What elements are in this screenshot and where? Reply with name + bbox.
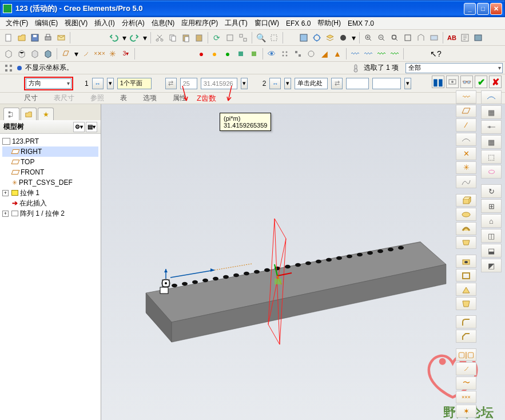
tab-table[interactable]: 表 [120, 93, 127, 103]
empty-input-1[interactable] [346, 78, 369, 89]
point-tool-icon[interactable]: ✕ [456, 147, 476, 160]
rib-icon[interactable] [456, 283, 476, 296]
menu-edit[interactable]: 编辑(E) [31, 17, 61, 29]
find-icon[interactable]: 🔍 [255, 31, 267, 44]
help-arrow-icon[interactable]: ↖? [430, 47, 442, 60]
surf2-icon[interactable]: 〰 [362, 47, 375, 60]
undo-icon[interactable] [108, 31, 120, 44]
new-icon[interactable] [2, 31, 15, 44]
pattern-feature-icon[interactable] [2, 62, 15, 74]
style4-icon[interactable]: ▦ [481, 135, 502, 149]
misc2-icon[interactable]: ◢ [318, 47, 331, 60]
tab-folder[interactable] [21, 108, 37, 120]
redo-dropdown[interactable]: ▾ [141, 31, 148, 44]
menu-app[interactable]: 应用程序(P) [178, 17, 221, 29]
cancel-btn[interactable]: ✘ [489, 76, 502, 88]
hole-icon[interactable] [456, 255, 476, 268]
value1-input[interactable]: 25 [180, 78, 197, 89]
datum-plane-dd[interactable]: ▾ [73, 47, 79, 60]
style8-icon[interactable]: ⊞ [481, 199, 502, 213]
chamfer-icon[interactable] [456, 330, 476, 343]
tab-star[interactable]: ★ [38, 108, 54, 120]
surf1-icon[interactable]: 〰 [349, 47, 361, 60]
view-icon[interactable]: 👁 [265, 47, 278, 60]
curve-tool-icon[interactable] [456, 133, 476, 146]
refit-icon[interactable] [401, 31, 414, 44]
menu-help[interactable]: 帮助(H) [314, 17, 344, 29]
spin-icon[interactable] [311, 31, 323, 44]
surf4-icon[interactable]: 〰 [388, 47, 401, 60]
minimize-button[interactable]: _ [464, 3, 476, 15]
color3-icon[interactable]: ● [221, 47, 234, 60]
round-icon[interactable] [456, 315, 476, 328]
empty-input-2[interactable] [372, 78, 401, 89]
paste-special-icon[interactable] [193, 31, 205, 44]
misc3-icon[interactable]: ▲ [331, 47, 344, 60]
style10-icon[interactable]: ◫ [481, 229, 502, 243]
wireframe-icon[interactable] [2, 47, 15, 60]
tool-a-icon[interactable] [224, 31, 236, 44]
value2-input[interactable]: 31.415926 [201, 78, 237, 89]
style6-icon[interactable]: ⬭ [481, 165, 502, 179]
tree-pattern[interactable]: +阵列 1 / 拉伸 2 [2, 208, 98, 219]
redo-icon[interactable] [128, 31, 141, 44]
tree-right[interactable]: RIGHT [2, 146, 98, 157]
tree-settings-btn[interactable]: ⚙▾ [73, 122, 85, 132]
menu-emx[interactable]: EMX 7.0 [344, 18, 377, 29]
color2-icon[interactable]: ● [208, 47, 221, 60]
revolve-icon[interactable] [456, 208, 476, 221]
glasses-btn[interactable]: 👓 [460, 76, 473, 88]
pattern-tool-icon[interactable]: ××× [456, 391, 476, 404]
style12-icon[interactable]: ◩ [481, 259, 502, 272]
menu-efx[interactable]: EFX 6.0 [283, 18, 314, 29]
hidden-line-icon[interactable] [15, 47, 28, 60]
copy-icon[interactable] [166, 31, 179, 44]
tab-model-tree[interactable] [3, 108, 19, 120]
shaded-icon[interactable] [42, 47, 54, 60]
color1-icon[interactable]: ● [195, 47, 208, 60]
tab-table-dims[interactable]: 表尺寸 [54, 93, 74, 103]
tab-refs[interactable]: 参照 [90, 93, 104, 103]
menu-insert[interactable]: 插入(I) [91, 17, 118, 29]
shell-icon[interactable] [456, 269, 476, 282]
annot-icon[interactable] [459, 31, 471, 44]
appearance-icon[interactable] [337, 31, 349, 44]
empty-dd[interactable]: ▾ [404, 78, 411, 89]
style11-icon[interactable]: ⬓ [481, 244, 502, 257]
confirm-btn[interactable]: ✔ [475, 76, 487, 88]
style3-icon[interactable] [481, 120, 502, 134]
dir1-flip-btn[interactable]: ↔ [92, 78, 104, 89]
zoom-in-icon[interactable] [362, 31, 375, 44]
blend-icon[interactable] [456, 236, 476, 249]
tab-options[interactable]: 选项 [143, 93, 157, 103]
tree-csys[interactable]: ✳PRT_CSYS_DEF [2, 177, 98, 188]
explode-icon[interactable] [292, 47, 304, 60]
tab-dimensions[interactable]: 尺寸 [24, 93, 38, 103]
click-here-collector[interactable]: 单击此处 [295, 78, 328, 89]
close-button[interactable]: ✕ [490, 3, 502, 15]
menu-analyze[interactable]: 分析(A) [118, 17, 148, 29]
print-icon[interactable] [42, 31, 54, 44]
cut-icon[interactable] [153, 31, 166, 44]
tree-root[interactable]: 123.PRT [2, 136, 98, 146]
zoom-fit-icon[interactable] [388, 31, 401, 44]
save-icon[interactable] [29, 31, 41, 44]
render-icon[interactable] [472, 31, 484, 44]
sketch-icon[interactable] [456, 175, 476, 188]
style9-icon[interactable]: ⌂ [481, 214, 502, 228]
dir1-dd[interactable]: ▾ [107, 78, 114, 89]
view-ctrl-icon[interactable] [297, 31, 310, 44]
value-dd[interactable]: ▾ [241, 78, 248, 89]
pattern-type-select[interactable]: 方向 [26, 78, 71, 89]
no-hidden-icon[interactable] [29, 47, 41, 60]
datum-plane-icon[interactable] [59, 47, 72, 60]
dir2-flip-btn[interactable]: ↔ [269, 78, 281, 89]
dir2-dim-flip[interactable]: ⇄ [331, 78, 343, 89]
offset-icon[interactable]: ⟋ [456, 362, 476, 375]
draft-icon[interactable] [456, 297, 476, 310]
undo-dropdown[interactable]: ▾ [121, 31, 128, 44]
dim1-flip-btn[interactable]: ⇄ [165, 78, 177, 89]
thicken-icon[interactable]: 〜 [456, 377, 476, 390]
saved-view-icon[interactable] [428, 31, 440, 44]
zoom-out-icon[interactable] [375, 31, 388, 44]
